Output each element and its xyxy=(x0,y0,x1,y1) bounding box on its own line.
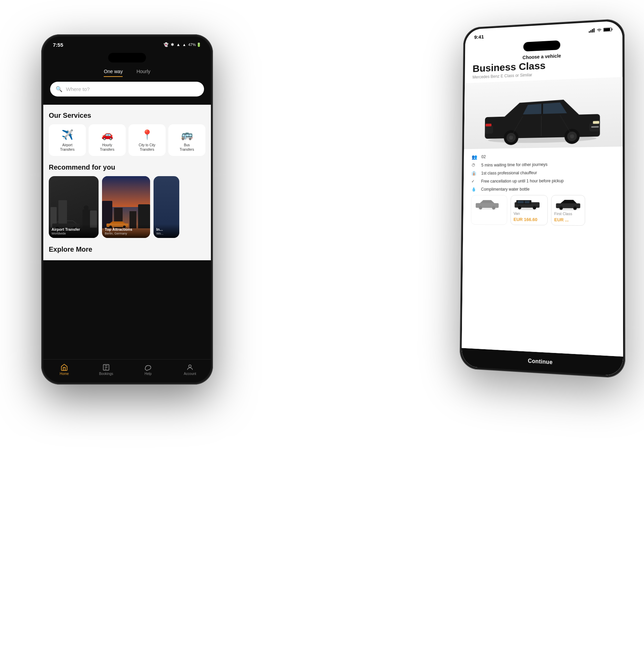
nav-account[interactable]: Account xyxy=(169,362,211,377)
services-section: Our Services ✈️ AirportTransfers 🚗 Hourl… xyxy=(49,112,205,156)
nav-bookings[interactable]: Bookings xyxy=(85,362,127,377)
nav-home[interactable]: Home xyxy=(43,362,85,377)
attractions-card-title: Top Attractions xyxy=(105,227,147,232)
detail-water: 💧 Complimentary water bottle xyxy=(471,186,614,192)
hourly-label: HourlyTransfers xyxy=(100,143,114,152)
svg-rect-21 xyxy=(486,124,492,126)
svg-point-41 xyxy=(518,206,521,209)
airport-card-subtitle: Worldwide xyxy=(52,232,96,235)
phone-2: 9:41 xyxy=(460,19,625,379)
svg-point-42 xyxy=(533,206,536,209)
scene: 7:55 👻 ✱ ▲ ▲ 47% 🔋 xyxy=(0,0,644,651)
waiting-icon: ⏱ xyxy=(472,163,478,168)
service-card-airport[interactable]: ✈️ AirportTransfers xyxy=(49,124,86,156)
status-icons-1: 👻 ✱ ▲ ▲ 47% 🔋 xyxy=(163,42,201,47)
nav-home-label: Home xyxy=(60,372,69,376)
card-overlay-intl: In... Wo... xyxy=(154,224,179,238)
waiting-text: 5 mins waiting time for other journeys xyxy=(481,162,547,168)
recommend-card-intl[interactable]: In... Wo... xyxy=(154,176,179,238)
nav-help[interactable]: Help xyxy=(127,362,169,377)
detail-cancellation: ✓ Free cancellation up until 1 hour befo… xyxy=(471,178,614,184)
svg-rect-16 xyxy=(485,114,600,139)
dynamic-island-2 xyxy=(523,40,561,52)
service-card-hourly[interactable]: 🚗 HourlyTransfers xyxy=(89,124,126,156)
hourly-icon: 🚗 xyxy=(101,128,113,141)
car-drawing xyxy=(472,81,614,146)
phone2-details: 👥 02 ⏱ 5 mins waiting time for other jou… xyxy=(462,147,623,357)
search-icon: 🔍 xyxy=(56,86,63,92)
first-price: EUR ... xyxy=(554,217,582,222)
car-image-area xyxy=(464,77,623,149)
card-overlay-attractions: Top Attractions Berlin, Germany xyxy=(102,224,150,238)
recommend-card-airport[interactable]: Airport Transfer Worldwide xyxy=(49,176,99,238)
recommend-title: Recommend for you xyxy=(49,163,205,171)
svg-rect-40 xyxy=(525,201,530,203)
passengers-icon: 👥 xyxy=(472,154,478,160)
bus-icon: 🚌 xyxy=(181,128,193,141)
svg-rect-28 xyxy=(591,126,599,128)
vehicle-carousel: Van EUR 166.60 First Class xyxy=(471,195,614,226)
chauffeur-icon: 👔 xyxy=(472,171,478,176)
detail-waiting: ⏱ 5 mins waiting time for other journeys xyxy=(472,161,614,168)
vehicle-option-placeholder xyxy=(471,195,507,225)
wifi-icon-2 xyxy=(597,28,602,32)
service-card-bus[interactable]: 🚌 BusTransfers xyxy=(168,124,205,156)
nav-bookings-label: Bookings xyxy=(99,372,113,376)
wifi-icon: ▲ xyxy=(182,43,186,47)
snapchat-icon: 👻 xyxy=(163,42,169,47)
vehicle-option-first[interactable]: First Class EUR ... xyxy=(551,195,585,226)
intl-card-title: In... xyxy=(156,227,177,232)
svg-rect-10 xyxy=(592,29,593,33)
airport-card-title: Airport Transfer xyxy=(52,227,96,232)
svg-point-45 xyxy=(560,206,563,210)
card-overlay-airport: Airport Transfer Worldwide xyxy=(49,224,99,238)
tab-hourly[interactable]: Hourly xyxy=(136,69,150,77)
vehicle-option-van[interactable]: Van EUR 166.60 xyxy=(510,195,548,225)
status-icons-2 xyxy=(589,27,612,33)
svg-rect-11 xyxy=(594,28,595,32)
trip-tabs: One way Hourly xyxy=(50,65,204,77)
svg-point-35 xyxy=(492,206,495,209)
cancellation-text: Free cancellation up until 1 hour before… xyxy=(481,179,564,184)
home-icon xyxy=(60,364,68,371)
bus-label: BusTransfers xyxy=(180,143,194,152)
signal-icon: ▲ xyxy=(176,42,180,47)
svg-rect-8 xyxy=(589,31,590,33)
svg-rect-14 xyxy=(612,28,612,30)
svg-rect-9 xyxy=(590,30,591,33)
explore-title: Explore More xyxy=(49,245,205,253)
chauffeur-text: 1st class professional chauffeur xyxy=(481,170,537,175)
recommend-card-attractions[interactable]: Top Attractions Berlin, Germany xyxy=(102,176,150,238)
header-dark: One way Hourly 🔍 Where to? xyxy=(43,65,211,105)
svg-rect-19 xyxy=(485,125,493,134)
battery-display: 47% 🔋 xyxy=(188,43,201,47)
svg-point-7 xyxy=(189,365,191,367)
svg-point-46 xyxy=(573,206,577,210)
van-label: Van xyxy=(513,212,545,216)
bookings-icon xyxy=(102,364,110,371)
services-grid: ✈️ AirportTransfers 🚗 HourlyTransfers 📍 xyxy=(49,124,205,156)
status-time-2: 9:41 xyxy=(474,34,484,40)
service-card-city[interactable]: 📍 City to CityTransfers xyxy=(128,124,166,156)
dynamic-island-1 xyxy=(108,53,146,62)
recommend-section: Recommend for you xyxy=(49,163,205,238)
search-bar[interactable]: 🔍 Where to? xyxy=(50,82,204,96)
svg-rect-13 xyxy=(604,28,610,31)
nav-account-label: Account xyxy=(184,372,196,376)
city-label: City to CityTransfers xyxy=(139,143,155,152)
services-title: Our Services xyxy=(49,112,205,119)
status-bar-1: 7:55 👻 ✱ ▲ ▲ 47% 🔋 xyxy=(43,36,211,53)
detail-chauffeur: 👔 1st class professional chauffeur xyxy=(472,170,614,175)
passengers-count: 02 xyxy=(481,155,486,159)
recommend-cards: Airport Transfer Worldwide xyxy=(49,176,205,238)
battery-icon-symbol: 🔋 xyxy=(196,43,201,47)
airport-icon: ✈️ xyxy=(61,128,74,141)
status-time-1: 7:55 xyxy=(53,42,63,48)
tab-oneway[interactable]: One way xyxy=(104,69,123,77)
signal-strength-icon xyxy=(589,28,595,33)
battery-icon-2 xyxy=(603,27,613,32)
airport-label: AirportTransfers xyxy=(60,143,75,152)
water-icon: 💧 xyxy=(471,187,478,192)
intl-card-subtitle: Wo... xyxy=(156,232,177,235)
svg-rect-39 xyxy=(518,201,524,203)
